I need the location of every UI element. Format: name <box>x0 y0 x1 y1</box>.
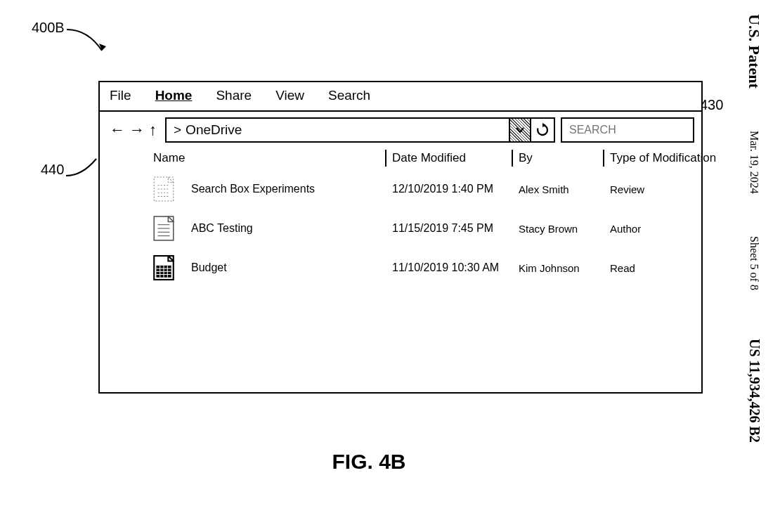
column-headers: Name Date Modified By Type of Modificati… <box>100 147 701 169</box>
file-modification-type: Read <box>610 262 750 274</box>
callout-440: 440 <box>41 162 64 178</box>
address-history-dropdown[interactable] <box>509 119 530 141</box>
file-modified-by: Alex Smith <box>519 183 610 195</box>
col-type-of-modification[interactable]: Type of Modification <box>610 151 750 165</box>
callout-arrow-400b <box>63 22 112 58</box>
file-modified-by: Kim Johnson <box>519 262 610 274</box>
file-modification-type: Author <box>610 223 750 235</box>
callout-arrow-440 <box>65 155 100 183</box>
table-row[interactable]: Search Box Experiments12/10/2019 1:40 PM… <box>100 169 701 209</box>
text-document-icon <box>153 216 191 241</box>
file-name: Search Box Experiments <box>191 183 392 195</box>
file-list: Search Box Experiments12/10/2019 1:40 PM… <box>100 169 701 287</box>
nav-back-button[interactable]: ← <box>110 121 125 139</box>
breadcrumb-prefix: > <box>174 122 181 138</box>
table-row[interactable]: Budget11/10/2019 10:30 AMKim JohnsonRead <box>100 248 701 287</box>
menu-bar: File Home Share View Search <box>100 82 701 112</box>
breadcrumb-location: OneDrive <box>186 122 242 138</box>
menu-share[interactable]: Share <box>216 88 252 103</box>
col-by[interactable]: By <box>519 151 610 165</box>
nav-forward-button[interactable]: → <box>129 121 145 139</box>
menu-home[interactable]: Home <box>155 88 193 103</box>
file-name: ABC Testing <box>191 222 392 235</box>
search-input[interactable] <box>568 123 687 137</box>
address-bar-label: > OneDrive <box>167 122 249 138</box>
nav-up-button[interactable]: ↑ <box>149 121 157 139</box>
figure-title: FIG. 4B <box>0 450 738 474</box>
spreadsheet-icon <box>153 255 191 280</box>
file-date-modified: 11/15/2019 7:45 PM <box>392 222 519 235</box>
callout-430: 430 <box>700 97 723 113</box>
chevron-down-icon <box>515 125 525 135</box>
table-row[interactable]: ABC Testing11/15/2019 7:45 PMStacy Brown… <box>100 209 701 248</box>
menu-view[interactable]: View <box>275 88 304 103</box>
callout-figure-id: 400B <box>32 20 65 36</box>
file-date-modified: 12/10/2019 1:40 PM <box>392 183 519 195</box>
toolbar: ← → ↑ > OneDrive <box>100 112 701 147</box>
menu-file[interactable]: File <box>110 88 131 103</box>
col-name[interactable]: Name <box>153 151 392 165</box>
col-date-modified[interactable]: Date Modified <box>392 151 519 165</box>
patent-number: US 11,934,426 B2 <box>746 339 762 443</box>
file-date-modified: 11/10/2019 10:30 AM <box>392 261 519 274</box>
file-modification-type: Review <box>610 183 750 195</box>
text-document-dotted-icon <box>153 176 191 202</box>
file-name: Budget <box>191 261 392 274</box>
nav-arrows: ← → ↑ <box>107 117 160 143</box>
file-modified-by: Stacy Brown <box>519 223 610 235</box>
refresh-button[interactable] <box>530 119 554 141</box>
menu-search[interactable]: Search <box>328 88 370 103</box>
patent-heading: U.S. Patent <box>745 14 763 89</box>
refresh-icon <box>535 123 550 137</box>
file-explorer-window: File Home Share View Search ← → ↑ > OneD… <box>98 81 703 394</box>
search-box[interactable] <box>561 117 694 143</box>
address-bar[interactable]: > OneDrive <box>165 117 555 143</box>
